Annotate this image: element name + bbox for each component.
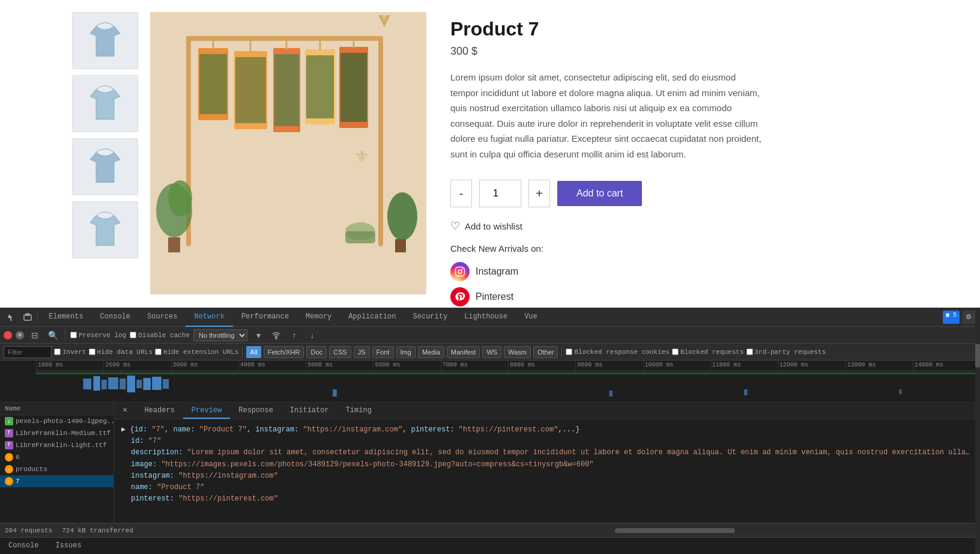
hide-extension-urls-checkbox[interactable] <box>155 349 162 355</box>
wishlist-row[interactable]: ♡ Add to wishlist <box>450 219 908 233</box>
device-toggle-button[interactable] <box>20 310 35 324</box>
filter-doc-button[interactable]: Doc <box>306 346 327 358</box>
file-item-pexels[interactable]: i pexels-photo-1490-lgpeg... <box>0 415 113 427</box>
quantity-increase-button[interactable]: + <box>528 180 550 207</box>
tab-console[interactable]: Console <box>92 308 139 327</box>
network-sep-1 <box>65 330 65 341</box>
export-har-button[interactable]: ↑ <box>287 328 301 342</box>
tab-network[interactable]: Network <box>186 308 232 327</box>
tab-security[interactable]: Security <box>405 308 456 327</box>
tab-elements[interactable]: Elements <box>40 308 92 327</box>
blocked-cookies-label[interactable]: Blocked response cookies <box>566 349 669 356</box>
throttling-select[interactable]: No throttling <box>193 329 247 341</box>
filter-js-button[interactable]: JS <box>354 346 370 358</box>
response-tabs: × Headers Preview Response Initiator Tim… <box>114 403 980 419</box>
blocked-requests-label[interactable]: Blocked requests <box>672 349 744 356</box>
timeline-mark-13: 13000 ms <box>845 361 912 371</box>
tab-application[interactable]: Application <box>340 308 404 327</box>
tab-lighthouse[interactable]: Lighthouse <box>456 308 516 327</box>
search-button[interactable]: 🔍 <box>46 328 60 342</box>
close-tab[interactable]: × <box>114 403 136 419</box>
timeline-mark-7: 7000 ms <box>441 361 508 371</box>
network-toolbar: ⊘ ⊟ 🔍 Preserve log Disable cache No thro… <box>0 327 980 344</box>
svg-rect-27 <box>345 231 375 243</box>
filter-manifest-button[interactable]: Manifest <box>447 346 480 358</box>
filter-toggle[interactable]: ⊟ <box>28 328 42 342</box>
invert-checkbox[interactable] <box>54 349 61 355</box>
import-har-button[interactable]: ↓ <box>305 328 319 342</box>
tab-performance[interactable]: Performance <box>233 308 297 327</box>
blocked-requests-checkbox[interactable] <box>672 349 679 355</box>
svg-rect-39 <box>119 379 126 389</box>
disable-cache-checkbox[interactable] <box>130 332 136 338</box>
inspect-element-button[interactable] <box>5 310 19 324</box>
hide-data-urls-checkbox[interactable] <box>89 349 95 355</box>
svg-rect-28 <box>456 267 465 276</box>
wifi-icon[interactable] <box>269 328 283 342</box>
tab-preview[interactable]: Preview <box>183 403 230 419</box>
horizontal-scrollbar[interactable] <box>615 528 975 533</box>
preserve-log-label[interactable]: Preserve log <box>70 332 126 339</box>
file-item-franklin-medium[interactable]: f LibreFranklin-Medium.ttf <box>0 427 113 439</box>
filter-ws-button[interactable]: WS <box>482 346 501 358</box>
tab-issues-bottom[interactable]: Issues <box>47 538 89 554</box>
pinterest-link[interactable]: Pinterest <box>450 287 908 306</box>
third-party-label[interactable]: 3rd-party requests <box>746 349 826 356</box>
tab-headers[interactable]: Headers <box>136 403 183 419</box>
file-list-header: Name <box>0 403 113 415</box>
svg-rect-47 <box>744 389 748 395</box>
file-item-6[interactable]: ⚡ 6 <box>0 451 113 463</box>
hide-data-urls-label[interactable]: Hide data URLs <box>89 349 153 356</box>
tab-console-bottom[interactable]: Console <box>0 538 47 554</box>
file-item-products[interactable]: ⚡ products <box>0 463 113 475</box>
quantity-decrease-button[interactable]: - <box>450 180 472 207</box>
blocked-cookies-checkbox[interactable] <box>566 349 572 355</box>
file-item-7[interactable]: ⚡ 7 <box>0 475 113 487</box>
filter-other-button[interactable]: Other <box>533 346 558 358</box>
timeline-mark-6: 6000 ms <box>373 361 440 371</box>
filter-wasm-button[interactable]: Wasm <box>504 346 531 358</box>
file-icon-6: ⚡ <box>5 453 13 461</box>
timeline-mark-12: 12000 ms <box>778 361 845 371</box>
svg-rect-9 <box>235 57 266 123</box>
filter-fetch-xhr-button[interactable]: Fetch/XHR <box>264 346 304 358</box>
timeline-ruler: 1000 ms 2000 ms 3000 ms 4000 ms 5000 ms … <box>36 361 980 371</box>
tab-memory[interactable]: Memory <box>297 308 340 327</box>
timeline-mark-8: 8000 ms <box>508 361 575 371</box>
filter-css-button[interactable]: CSS <box>329 346 351 358</box>
filter-img-button[interactable]: Img <box>396 346 416 358</box>
preserve-log-checkbox[interactable] <box>70 332 77 338</box>
tab-sources[interactable]: Sources <box>139 308 186 327</box>
instagram-label: Instagram <box>476 266 518 277</box>
thumbnail-3[interactable] <box>72 138 138 195</box>
tab-timing[interactable]: Timing <box>337 403 380 419</box>
timeline-mark-14: 14000 ms <box>913 361 980 371</box>
invert-checkbox-label[interactable]: Invert <box>54 349 86 356</box>
tab-initiator[interactable]: Initiator <box>282 403 337 419</box>
disable-cache-label[interactable]: Disable cache <box>130 332 190 339</box>
json-id-line: id: "7" <box>121 436 973 447</box>
add-to-cart-button[interactable]: Add to cart <box>557 181 642 206</box>
svg-rect-37 <box>101 380 107 389</box>
settings-button[interactable]: ⚙ <box>962 311 975 324</box>
tab-response[interactable]: Response <box>230 403 282 419</box>
thumbnail-1[interactable] <box>72 12 138 69</box>
throttling-arrow[interactable]: ▾ <box>251 328 265 342</box>
file-item-franklin-light[interactable]: f LibreFranklin-Light.ttf <box>0 439 113 451</box>
file-icon-img: i <box>5 417 13 425</box>
third-party-checkbox[interactable] <box>746 349 753 355</box>
tab-vue[interactable]: Vue <box>516 308 546 327</box>
clear-button[interactable]: ⊘ <box>16 331 24 339</box>
scrollbar-thumb-h[interactable] <box>615 528 735 533</box>
record-button[interactable] <box>4 331 12 339</box>
filter-all-button[interactable]: All <box>246 346 261 358</box>
filter-input[interactable] <box>4 346 52 358</box>
instagram-link[interactable]: Instagram <box>450 262 908 281</box>
filter-font-button[interactable]: Font <box>372 346 394 358</box>
pinterest-label: Pinterest <box>476 291 513 302</box>
hide-extension-urls-label[interactable]: Hide extension URLs <box>155 349 238 356</box>
thumbnail-4[interactable] <box>72 201 138 258</box>
filter-media-button[interactable]: Media <box>418 346 444 358</box>
quantity-input[interactable]: 1 <box>479 180 521 207</box>
thumbnail-2[interactable] <box>72 75 138 132</box>
